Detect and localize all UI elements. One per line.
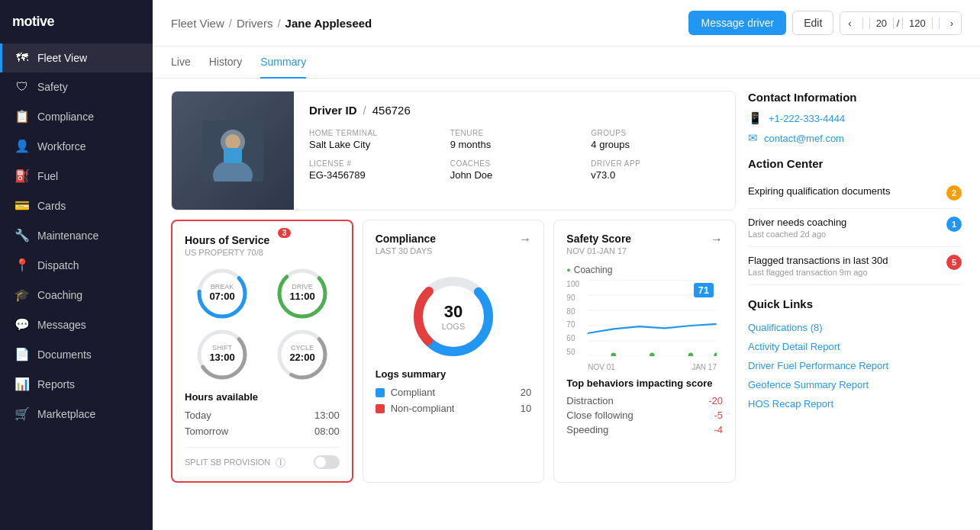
tab-live[interactable]: Live	[171, 47, 191, 79]
quick-link-activity[interactable]: Activity Detail Report	[748, 337, 962, 356]
breadcrumb-fleet-view[interactable]: Fleet View	[171, 17, 224, 30]
action-coaching-text: Driver needs coaching Last coached 2d ag…	[748, 217, 946, 239]
split-sb-toggle[interactable]	[314, 455, 340, 469]
score-badge: 71	[694, 283, 714, 297]
coaching-label: ● Coaching	[566, 265, 723, 275]
behavior-close-following: Close following -5	[566, 408, 723, 422]
distraction-label: Distraction	[566, 395, 613, 406]
sidebar-item-reports[interactable]: 📊Reports	[0, 369, 153, 399]
groups-value: 4 groups	[591, 139, 720, 150]
sidebar-item-fuel[interactable]: ⛽Fuel	[0, 161, 153, 191]
safety-title-group: Safety Score NOV 01-JAN 17	[566, 233, 631, 265]
svg-point-32	[688, 353, 694, 356]
prev-driver-button[interactable]: ‹	[840, 12, 859, 34]
compliant-label: Compliant	[391, 387, 436, 398]
sidebar-item-fleet-view[interactable]: 🗺Fleet View	[0, 43, 153, 72]
home-terminal-field: HOME TERMINAL Salt Lake City	[309, 129, 438, 150]
sidebar-item-label-fleet-view: Fleet View	[37, 52, 87, 64]
action-trans-main: Flagged transactions in last 30d	[748, 255, 946, 266]
breadcrumb: Fleet View / Drivers / Jane Appleseed	[171, 17, 372, 30]
driver-id-label: Driver ID	[309, 104, 357, 117]
tab-history[interactable]: History	[209, 47, 243, 79]
logo-text: motive	[12, 14, 54, 29]
tab-summary[interactable]: Summary	[260, 47, 306, 79]
license-field: LICENSE # EG-3456789	[309, 159, 438, 181]
y100: 100	[566, 280, 579, 288]
svg-text:22:00: 22:00	[289, 352, 314, 363]
action-qual-main: Expiring qualification documents	[748, 185, 946, 197]
phone-icon: 📱	[748, 111, 762, 125]
svg-text:11:00: 11:00	[289, 291, 314, 302]
today-value: 13:00	[314, 410, 340, 421]
message-driver-button[interactable]: Message driver	[688, 11, 786, 35]
compliance-arrow[interactable]: →	[519, 233, 531, 246]
action-qual-text: Expiring qualification documents	[748, 185, 946, 197]
sidebar-item-label-workforce: Workforce	[37, 140, 86, 153]
action-trans-badge: 5	[946, 255, 962, 270]
cards-icon: 💳	[15, 198, 30, 213]
right-panel: Contact Information 📱 +1-222-333-4444 ✉ …	[748, 91, 962, 518]
next-driver-button[interactable]: ›	[943, 12, 961, 34]
svg-point-30	[611, 353, 617, 356]
driver-info: Driver ID / 456726 HOME TERMINAL Salt La…	[294, 92, 735, 210]
sidebar-item-cards[interactable]: 💳Cards	[0, 191, 153, 220]
driver-app-field: DRIVER APP v73.0	[591, 159, 720, 181]
hos-badge-container: Hours of Service 3	[185, 234, 269, 248]
edit-button[interactable]: Edit	[792, 11, 833, 35]
quick-link-qualifications[interactable]: Qualifications (8)	[748, 318, 962, 337]
sidebar-item-workforce[interactable]: 👤Workforce	[0, 131, 153, 161]
speeding-label: Speeding	[566, 424, 608, 435]
sidebar-item-documents[interactable]: 📄Documents	[0, 339, 153, 369]
close-following-label: Close following	[566, 410, 633, 421]
phone-number: +1-222-333-4444	[769, 113, 845, 124]
compliance-title: Compliance	[376, 233, 436, 245]
driver-photo-placeholder	[172, 92, 294, 210]
svg-text:DRIVE: DRIVE	[292, 283, 313, 291]
noncompliant-row: Non-compliant 10	[376, 400, 532, 416]
action-center: Action Center Expiring qualification doc…	[748, 157, 962, 285]
sidebar-item-safety[interactable]: 🛡Safety	[0, 72, 153, 101]
hos-subtitle: US PROPERTY 70/8	[185, 248, 340, 257]
sidebar-item-coaching[interactable]: 🎓Coaching	[0, 280, 153, 310]
sidebar-item-dispatch[interactable]: 📍Dispatch	[0, 250, 153, 280]
hos-circles: BREAK 07:00 DRIVE 11:00	[185, 266, 340, 382]
driver-id-sep: /	[363, 104, 366, 117]
sidebar-item-compliance[interactable]: 📋Compliance	[0, 101, 153, 131]
driver-app-value: v73.0	[591, 169, 720, 181]
fleet-view-icon: 🗺	[15, 51, 30, 65]
breadcrumb-drivers[interactable]: Drivers	[237, 17, 273, 30]
sidebar-item-label-fuel: Fuel	[37, 170, 58, 182]
contact-phone[interactable]: 📱 +1-222-333-4444	[748, 111, 962, 125]
widgets-row: Hours of Service 3 US PROPERTY 70/8 BREA…	[171, 220, 736, 483]
logo: motive	[0, 0, 153, 43]
speeding-value: -4	[714, 424, 723, 435]
close-following-value: -5	[714, 410, 723, 421]
nav-arrows: ‹ 20 / 120 ›	[840, 11, 962, 35]
score-chart: 100 90 80 70 60 50	[566, 280, 723, 371]
safety-arrow[interactable]: →	[711, 233, 723, 246]
tomorrow-value: 08:00	[314, 426, 340, 437]
license-label: LICENSE #	[309, 159, 438, 168]
groups-field: GROUPS 4 groups	[591, 129, 720, 150]
y60: 60	[566, 334, 579, 342]
breadcrumb-sep2: /	[277, 17, 280, 30]
sidebar-item-messages[interactable]: 💬Messages	[0, 310, 153, 339]
sidebar-item-maintenance[interactable]: 🔧Maintenance	[0, 220, 153, 250]
tomorrow-label: Tomorrow	[185, 426, 228, 437]
safety-icon: 🛡	[15, 80, 30, 94]
sidebar-item-marketplace[interactable]: 🛒Marketplace	[0, 399, 153, 429]
content: Driver ID / 456726 HOME TERMINAL Salt La…	[153, 79, 980, 530]
quick-link-geofence[interactable]: Geofence Summary Report	[748, 375, 962, 394]
action-trans-sub: Last flagged transaction 9m ago	[748, 268, 946, 277]
cycle-circle-svg: CYCLE 22:00	[275, 327, 330, 382]
quick-link-hos[interactable]: HOS Recap Report	[748, 394, 962, 413]
drive-circle-svg: DRIVE 11:00	[275, 266, 330, 321]
contact-email[interactable]: ✉ contact@mef.com	[748, 131, 962, 145]
compliance-widget: Compliance LAST 30 DAYS → 30	[363, 220, 545, 483]
coaches-value: John Doe	[450, 169, 579, 181]
driver-app-label: DRIVER APP	[591, 159, 720, 168]
quick-link-fuel[interactable]: Driver Fuel Performance Report	[748, 356, 962, 375]
compliant-row: Compliant 20	[376, 384, 532, 400]
coaching-text: Coaching	[574, 265, 613, 275]
marketplace-icon: 🛒	[15, 406, 30, 421]
